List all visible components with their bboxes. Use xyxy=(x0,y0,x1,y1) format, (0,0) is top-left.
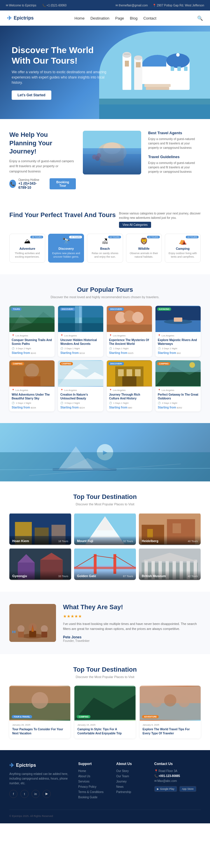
dest-british-museum[interactable]: British Museum 42 Tours xyxy=(139,548,201,580)
email-top: ✉ themeflair@gmail.com xyxy=(116,4,148,7)
facebook-icon[interactable]: f xyxy=(9,790,18,798)
twitter-icon[interactable]: t xyxy=(21,790,29,798)
nav-home[interactable]: Home xyxy=(74,16,85,21)
tour-title-6: Creation In Nature's Untouched Beauty xyxy=(60,393,101,400)
dest-golden-gate[interactable]: Golden Gate 87 Tours xyxy=(74,548,136,580)
tour-card-8[interactable]: CAMPING 📍 Los Angeles Perfect Getaway In… xyxy=(155,360,201,411)
view-all-categories-button[interactable]: View All Categories xyxy=(119,222,151,228)
tour-location-5: 📍 Los Angeles xyxy=(12,389,52,392)
adventure-badge: 28 TOURS xyxy=(30,236,43,238)
app-store-badge[interactable]: App Store xyxy=(179,786,196,792)
category-discovery[interactable]: 25 TOURS 🔭 Discovery Explore new places … xyxy=(48,234,84,262)
dest-overlay-3: Heidelberg 40 Tours xyxy=(139,536,201,545)
tour-info-6: 📍 Los Angeles Creation In Nature's Untou… xyxy=(58,386,103,411)
nav-page[interactable]: Page xyxy=(115,16,124,21)
footer-about: About Us Our Story Our Team Journey News… xyxy=(116,762,147,801)
tour-card-1[interactable]: TOURS 📍 Los Angeles Conquer Stunning Tra… xyxy=(9,306,55,357)
planning-section: We Help You Planning Your Journey! Enjoy… xyxy=(0,119,210,206)
testimonial-text: I've used this travel booking site multi… xyxy=(63,621,201,632)
footer-logo-icon: ✈ xyxy=(9,762,14,769)
tour-price-6: Starting from $224 xyxy=(60,406,101,409)
footer-link-home[interactable]: Home xyxy=(78,769,109,773)
wildlife-title: Wildlife xyxy=(129,247,159,250)
footer-link-privacy[interactable]: Privacy Policy xyxy=(78,785,109,788)
blog-title-1: Tour Packages To Consider For Your Next … xyxy=(12,727,67,736)
svg-rect-20 xyxy=(83,131,141,175)
destinations-section: Top Tour Destination Discover the Most P… xyxy=(0,482,210,592)
tour-info-8: 📍 Los Angeles Perfect Getaway In The Gre… xyxy=(155,386,201,411)
hero-subtitle: We offer a variety of tours to exotic de… xyxy=(12,69,111,85)
search-icon[interactable]: 🔍 xyxy=(197,16,203,21)
destinations-header: Top Tour Destination Discover the Most P… xyxy=(9,493,201,506)
tour-card-6[interactable]: CAMPING 📍 Los Angeles Creation In Nature… xyxy=(58,360,103,411)
footer-about-news[interactable]: News xyxy=(116,785,147,788)
svg-point-41 xyxy=(132,312,144,323)
discovery-icon: 🔭 xyxy=(51,238,81,245)
tour-price-8: Starting from $352 xyxy=(158,406,198,409)
tour-card-4[interactable]: KAYAKING 📍 Los Angeles Explore Majestic … xyxy=(155,306,201,357)
tour-title-1: Conquer Stunning Trails And Scenic Paths xyxy=(12,338,52,346)
tour-price-4: Starting from $92 xyxy=(158,351,198,354)
dest-heidelberg[interactable]: Heidelberg 40 Tours xyxy=(139,513,201,545)
destinations-grid: Hoan Kiem 18 Tours Mount Fuji 32 Tours xyxy=(9,513,201,580)
tour-badge-8: CAMPING xyxy=(157,362,170,365)
video-section: ▶ xyxy=(0,423,210,482)
footer-support-links: Home About Us Services Privacy Policy Te… xyxy=(78,769,109,799)
category-beach[interactable]: 16 TOURS 🏖 Beach Relax on sandy shores a… xyxy=(87,234,123,262)
linkedin-icon[interactable]: in xyxy=(31,790,40,798)
tour-card-3[interactable]: DISCOVERY 📍 Los Angeles Experience The M… xyxy=(107,306,152,357)
tour-card-2[interactable]: DISCOVERY 📍 Los Angeles Uncover Hidden H… xyxy=(58,306,103,357)
category-wildlife[interactable]: 42 TOURS 🦁 Wildlife Observe animals in t… xyxy=(126,234,162,262)
tour-card-7[interactable]: DISCOVERY 📍 Los Angeles Journey Through … xyxy=(107,360,152,411)
logo-icon: ✈ xyxy=(7,14,12,22)
categories-section: Find Your Perfect Travel And Tours Brows… xyxy=(0,206,210,274)
blog-card-3[interactable]: ADVENTURE January 8, 2025 Explore The Wo… xyxy=(140,686,201,739)
svg-point-64 xyxy=(189,362,195,368)
nav-destination[interactable]: Destination xyxy=(90,16,109,21)
dest-tours-2: 32 Tours xyxy=(123,540,133,543)
wildlife-badge: 42 TOURS xyxy=(147,236,160,238)
footer-link-booking[interactable]: Booking Guide xyxy=(78,796,109,799)
footer-about-story[interactable]: Our Story xyxy=(116,769,147,773)
footer-link-services[interactable]: Services xyxy=(78,780,109,783)
footer-about-partner[interactable]: Partnership xyxy=(116,790,147,794)
nav-blog[interactable]: Blog xyxy=(130,16,138,21)
booking-tour-button[interactable]: Booking Tour xyxy=(50,178,76,189)
dest-hoan-kiem[interactable]: Hoan Kiem 18 Tours xyxy=(9,513,71,545)
blog-card-1[interactable]: TOUR & TRAVEL January 26, 2025 Tour Pack… xyxy=(9,686,70,739)
tour-meta-7: 🕐 1 Days 1 Night xyxy=(109,402,150,404)
footer-about-journey[interactable]: Journey xyxy=(116,780,147,783)
footer-link-terms[interactable]: Terms & Conditions xyxy=(78,790,109,794)
hero-cta-button[interactable]: Let's Get Started xyxy=(12,90,51,100)
footer-about-team[interactable]: Our Team xyxy=(116,775,147,778)
blog-image-2: CAMPING xyxy=(74,686,135,721)
logo[interactable]: ✈ Epictrips xyxy=(7,14,34,22)
popular-header: Our Popular Tours Discover the most love… xyxy=(9,286,201,299)
tour-card-5[interactable]: CAMPING 📍 Los Angeles Wild Adventures Un… xyxy=(9,360,55,411)
discovery-badge: 25 TOURS xyxy=(69,236,82,238)
testimonial-image: " xyxy=(9,604,56,642)
tour-info-5: 📍 Los Angeles Wild Adventures Under The … xyxy=(9,386,55,411)
footer-about-links: Our Story Our Team Journey News Partners… xyxy=(116,769,147,794)
google-play-badge[interactable]: ▶ Google Play xyxy=(154,786,177,792)
phone-details: Opening Hotline +1 (0)+343-6789-10 xyxy=(19,178,44,190)
tour-title-5: Wild Adventures Under The Beautiful Star… xyxy=(12,393,52,400)
svg-rect-127 xyxy=(74,686,135,720)
svg-rect-57 xyxy=(118,369,124,376)
tour-meta-3: 🕐 1 Days 1 Night xyxy=(109,347,150,350)
svg-rect-3 xyxy=(122,55,131,90)
youtube-icon[interactable]: ▶ xyxy=(42,790,51,798)
right-desc-2: Enjoy a community of guest-natured campe… xyxy=(148,161,201,174)
phone-number: +1 (0)+343-6789-10 xyxy=(19,182,44,190)
hero-title: Discover The World With Our Tours! xyxy=(12,45,111,66)
dest-gyeongju[interactable]: Gyeongju 33 Tours xyxy=(9,548,71,580)
footer-link-about[interactable]: About Us xyxy=(78,775,109,778)
category-adventure[interactable]: 28 TOURS ⛰ Adventure Thrilling activitie… xyxy=(9,234,45,262)
dest-mt-fuji[interactable]: Mount Fuji 32 Tours xyxy=(74,513,136,545)
blog-card-2[interactable]: CAMPING January 15, 2025 Camping In Styl… xyxy=(74,686,135,739)
categories-header: Find Your Perfect Travel And Tours Brows… xyxy=(9,211,201,228)
dest-overlay-2: Mount Fuji 32 Tours xyxy=(74,536,136,545)
category-camping[interactable]: 18 TOURS ⛺ Camping Enjoy outdoor living … xyxy=(165,234,201,262)
nav-contact[interactable]: Contact xyxy=(143,16,156,21)
footer-contact: Contact Us 📍 Road Floor 3A 📞 +001-123-80… xyxy=(154,762,201,801)
